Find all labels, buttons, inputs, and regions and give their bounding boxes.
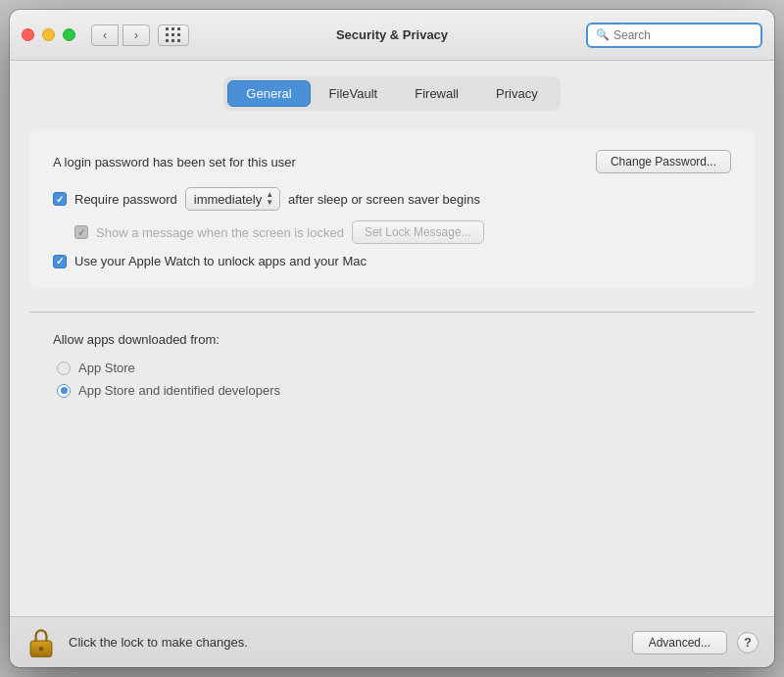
tab-firewall[interactable]: Firewall: [396, 80, 477, 107]
forward-icon: ›: [134, 28, 138, 42]
tab-filevault[interactable]: FileVault: [311, 80, 397, 107]
window-title: Security & Privacy: [336, 27, 448, 42]
tab-bar: General FileVault Firewall Privacy: [223, 76, 560, 111]
main-content: General FileVault Firewall Privacy A log…: [10, 61, 774, 616]
require-password-label: Require password: [74, 192, 177, 207]
password-timing-value: immediately: [194, 192, 262, 207]
apps-grid-button[interactable]: [158, 24, 189, 46]
show-message-checkbox[interactable]: [74, 225, 88, 239]
change-password-button[interactable]: Change Password...: [596, 150, 731, 173]
allow-apps-section: Allow apps downloaded from: App Store Ap…: [29, 324, 755, 413]
show-message-row: Show a message when the screen is locked…: [53, 220, 731, 244]
radio-app-store-developers[interactable]: [57, 384, 71, 398]
apple-watch-checkbox[interactable]: [53, 255, 67, 268]
grid-icon: [166, 27, 181, 43]
login-password-text: A login password has been set for this u…: [53, 155, 296, 169]
nav-buttons: ‹ ›: [91, 24, 150, 46]
password-timing-dropdown[interactable]: immediately ▲ ▼: [185, 187, 280, 211]
set-lock-message-button[interactable]: Set Lock Message...: [352, 220, 484, 244]
search-box[interactable]: 🔍: [586, 23, 762, 48]
help-button[interactable]: ?: [737, 632, 759, 653]
footer: Click the lock to make changes. Advanced…: [10, 616, 774, 667]
tab-general[interactable]: General: [227, 80, 310, 107]
maximize-button[interactable]: [63, 28, 75, 41]
main-window: ‹ › Security & Privacy 🔍 General FileVau…: [10, 10, 774, 667]
search-input[interactable]: [613, 28, 753, 42]
advanced-button[interactable]: Advanced...: [632, 631, 727, 654]
search-icon: 🔍: [596, 28, 610, 41]
lock-icon[interactable]: [25, 625, 57, 660]
require-password-checkbox[interactable]: [53, 192, 67, 206]
tab-privacy[interactable]: Privacy: [477, 80, 557, 107]
after-sleep-label: after sleep or screen saver begins: [288, 192, 480, 207]
back-button[interactable]: ‹: [91, 24, 119, 46]
radio-app-store-option[interactable]: App Store: [53, 361, 755, 375]
password-section: A login password has been set for this u…: [29, 130, 755, 288]
require-password-row: Require password immediately ▲ ▼ after s…: [53, 187, 731, 211]
close-button[interactable]: [22, 28, 34, 41]
show-message-label: Show a message when the screen is locked: [96, 225, 344, 240]
footer-lock-text: Click the lock to make changes.: [69, 635, 632, 650]
dropdown-arrows-icon: ▲ ▼: [266, 191, 273, 207]
radio-app-store-developers-option[interactable]: App Store and identified developers: [53, 383, 755, 398]
back-icon: ‹: [103, 28, 107, 42]
titlebar: ‹ › Security & Privacy 🔍: [10, 10, 774, 61]
forward-button[interactable]: ›: [122, 24, 150, 46]
traffic-lights: [22, 28, 75, 41]
allow-apps-title: Allow apps downloaded from:: [53, 332, 755, 347]
apple-watch-row: Use your Apple Watch to unlock apps and …: [53, 254, 731, 268]
login-password-row: A login password has been set for this u…: [53, 150, 731, 173]
apple-watch-label: Use your Apple Watch to unlock apps and …: [74, 254, 367, 268]
section-divider: [29, 312, 755, 313]
radio-app-store[interactable]: [57, 362, 71, 375]
svg-point-2: [39, 647, 44, 652]
minimize-button[interactable]: [42, 28, 55, 41]
radio-app-store-label: App Store: [78, 361, 135, 375]
radio-app-store-developers-label: App Store and identified developers: [78, 383, 280, 398]
